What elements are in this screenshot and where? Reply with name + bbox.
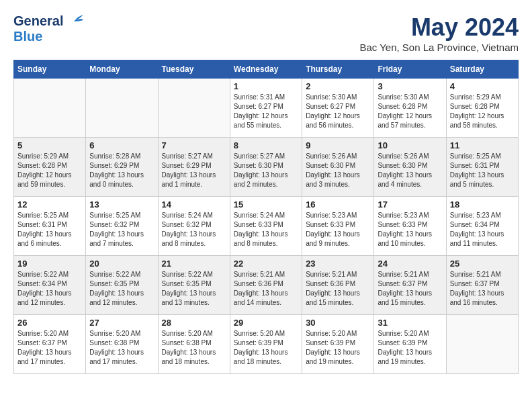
- day-number: 21: [162, 259, 226, 269]
- col-sunday: Sunday: [14, 60, 86, 79]
- logo-general: General: [13, 13, 63, 29]
- month-title: May 2024: [359, 13, 519, 42]
- day-number: 5: [17, 140, 82, 150]
- cell-week1-day6: 4Sunrise: 5:29 AM Sunset: 6:28 PM Daylig…: [446, 79, 518, 138]
- calendar-table: Sunday Monday Tuesday Wednesday Thursday…: [13, 60, 519, 374]
- day-number: 16: [306, 199, 370, 210]
- day-number: 4: [450, 81, 515, 91]
- calendar-header-row: Sunday Monday Tuesday Wednesday Thursday…: [14, 60, 519, 79]
- cell-week2-day2: 7Sunrise: 5:27 AM Sunset: 6:29 PM Daylig…: [158, 138, 230, 197]
- day-info: Sunrise: 5:20 AM Sunset: 6:37 PM Dayligh…: [17, 329, 82, 367]
- day-number: 3: [378, 81, 442, 91]
- cell-week5-day6: [446, 315, 518, 374]
- cell-week3-day3: 15Sunrise: 5:24 AM Sunset: 6:33 PM Dayli…: [230, 197, 302, 256]
- day-info: Sunrise: 5:30 AM Sunset: 6:27 PM Dayligh…: [306, 93, 370, 130]
- day-info: Sunrise: 5:26 AM Sunset: 6:30 PM Dayligh…: [306, 152, 370, 189]
- week-row-2: 5Sunrise: 5:29 AM Sunset: 6:28 PM Daylig…: [14, 138, 519, 197]
- day-number: 13: [89, 199, 154, 210]
- location: Bac Yen, Son La Province, Vietnam: [359, 42, 519, 53]
- cell-week5-day3: 29Sunrise: 5:20 AM Sunset: 6:39 PM Dayli…: [230, 315, 302, 374]
- day-number: 31: [378, 318, 442, 328]
- day-number: 2: [306, 81, 370, 91]
- day-info: Sunrise: 5:22 AM Sunset: 6:35 PM Dayligh…: [89, 270, 154, 308]
- day-info: Sunrise: 5:20 AM Sunset: 6:39 PM Dayligh…: [234, 329, 298, 367]
- cell-week2-day4: 9Sunrise: 5:26 AM Sunset: 6:30 PM Daylig…: [302, 138, 374, 197]
- cell-week1-day0: [14, 79, 86, 138]
- week-row-3: 12Sunrise: 5:25 AM Sunset: 6:31 PM Dayli…: [14, 197, 519, 256]
- day-info: Sunrise: 5:22 AM Sunset: 6:35 PM Dayligh…: [162, 270, 226, 308]
- day-number: 22: [234, 259, 298, 269]
- day-number: 29: [234, 318, 298, 328]
- day-number: 1: [234, 81, 298, 91]
- title-area: May 2024 Bac Yen, Son La Province, Vietn…: [359, 13, 519, 53]
- day-info: Sunrise: 5:30 AM Sunset: 6:28 PM Dayligh…: [378, 93, 442, 130]
- cell-week4-day0: 19Sunrise: 5:22 AM Sunset: 6:34 PM Dayli…: [14, 256, 86, 315]
- cell-week2-day0: 5Sunrise: 5:29 AM Sunset: 6:28 PM Daylig…: [14, 138, 86, 197]
- day-info: Sunrise: 5:31 AM Sunset: 6:27 PM Dayligh…: [234, 93, 298, 130]
- cell-week5-day2: 28Sunrise: 5:20 AM Sunset: 6:38 PM Dayli…: [158, 315, 230, 374]
- cell-week4-day2: 21Sunrise: 5:22 AM Sunset: 6:35 PM Dayli…: [158, 256, 230, 315]
- cell-week3-day5: 17Sunrise: 5:23 AM Sunset: 6:33 PM Dayli…: [374, 197, 446, 256]
- day-number: 7: [162, 140, 226, 150]
- day-info: Sunrise: 5:24 AM Sunset: 6:33 PM Dayligh…: [234, 211, 298, 248]
- day-info: Sunrise: 5:20 AM Sunset: 6:38 PM Dayligh…: [89, 329, 154, 367]
- cell-week1-day5: 3Sunrise: 5:30 AM Sunset: 6:28 PM Daylig…: [374, 79, 446, 138]
- day-number: 14: [162, 199, 226, 210]
- day-number: 15: [234, 199, 298, 210]
- col-monday: Monday: [86, 60, 158, 79]
- day-info: Sunrise: 5:20 AM Sunset: 6:39 PM Dayligh…: [306, 329, 370, 367]
- day-number: 20: [89, 259, 154, 269]
- cell-week5-day0: 26Sunrise: 5:20 AM Sunset: 6:37 PM Dayli…: [14, 315, 86, 374]
- day-number: 12: [17, 199, 82, 210]
- day-info: Sunrise: 5:26 AM Sunset: 6:30 PM Dayligh…: [378, 152, 442, 189]
- cell-week4-day6: 25Sunrise: 5:21 AM Sunset: 6:37 PM Dayli…: [446, 256, 518, 315]
- cell-week5-day5: 31Sunrise: 5:20 AM Sunset: 6:39 PM Dayli…: [374, 315, 446, 374]
- day-info: Sunrise: 5:27 AM Sunset: 6:29 PM Dayligh…: [162, 152, 226, 189]
- cell-week2-day5: 10Sunrise: 5:26 AM Sunset: 6:30 PM Dayli…: [374, 138, 446, 197]
- day-number: 23: [306, 259, 370, 269]
- cell-week1-day2: [158, 79, 230, 138]
- day-info: Sunrise: 5:21 AM Sunset: 6:36 PM Dayligh…: [234, 270, 298, 308]
- day-info: Sunrise: 5:21 AM Sunset: 6:37 PM Dayligh…: [450, 270, 515, 308]
- day-info: Sunrise: 5:23 AM Sunset: 6:34 PM Dayligh…: [450, 211, 515, 248]
- day-number: 19: [17, 259, 82, 269]
- day-number: 11: [450, 140, 515, 150]
- day-number: 25: [450, 259, 515, 269]
- logo-bird-icon: [64, 15, 83, 28]
- cell-week4-day5: 24Sunrise: 5:21 AM Sunset: 6:37 PM Dayli…: [374, 256, 446, 315]
- day-info: Sunrise: 5:24 AM Sunset: 6:32 PM Dayligh…: [162, 211, 226, 248]
- day-info: Sunrise: 5:25 AM Sunset: 6:32 PM Dayligh…: [89, 211, 154, 248]
- week-row-5: 26Sunrise: 5:20 AM Sunset: 6:37 PM Dayli…: [14, 315, 519, 374]
- col-thursday: Thursday: [302, 60, 374, 79]
- cell-week2-day3: 8Sunrise: 5:27 AM Sunset: 6:30 PM Daylig…: [230, 138, 302, 197]
- col-friday: Friday: [374, 60, 446, 79]
- day-number: 10: [378, 140, 442, 150]
- cell-week5-day4: 30Sunrise: 5:20 AM Sunset: 6:39 PM Dayli…: [302, 315, 374, 374]
- day-number: 18: [450, 199, 515, 210]
- day-number: 9: [306, 140, 370, 150]
- day-number: 28: [162, 318, 226, 328]
- day-info: Sunrise: 5:22 AM Sunset: 6:34 PM Dayligh…: [17, 270, 82, 308]
- day-info: Sunrise: 5:29 AM Sunset: 6:28 PM Dayligh…: [17, 152, 82, 189]
- day-info: Sunrise: 5:23 AM Sunset: 6:33 PM Dayligh…: [306, 211, 370, 248]
- cell-week4-day4: 23Sunrise: 5:21 AM Sunset: 6:36 PM Dayli…: [302, 256, 374, 315]
- day-info: Sunrise: 5:25 AM Sunset: 6:31 PM Dayligh…: [450, 152, 515, 189]
- cell-week4-day3: 22Sunrise: 5:21 AM Sunset: 6:36 PM Dayli…: [230, 256, 302, 315]
- cell-week2-day1: 6Sunrise: 5:28 AM Sunset: 6:29 PM Daylig…: [86, 138, 158, 197]
- page-header: General Blue May 2024 Bac Yen, Son La Pr…: [13, 13, 519, 53]
- cell-week1-day4: 2Sunrise: 5:30 AM Sunset: 6:27 PM Daylig…: [302, 79, 374, 138]
- week-row-1: 1Sunrise: 5:31 AM Sunset: 6:27 PM Daylig…: [14, 79, 519, 138]
- day-number: 17: [378, 199, 442, 210]
- col-saturday: Saturday: [446, 60, 518, 79]
- cell-week3-day2: 14Sunrise: 5:24 AM Sunset: 6:32 PM Dayli…: [158, 197, 230, 256]
- day-info: Sunrise: 5:29 AM Sunset: 6:28 PM Dayligh…: [450, 93, 515, 130]
- day-number: 6: [89, 140, 154, 150]
- cell-week2-day6: 11Sunrise: 5:25 AM Sunset: 6:31 PM Dayli…: [446, 138, 518, 197]
- cell-week3-day1: 13Sunrise: 5:25 AM Sunset: 6:32 PM Dayli…: [86, 197, 158, 256]
- day-number: 27: [89, 318, 154, 328]
- day-info: Sunrise: 5:20 AM Sunset: 6:39 PM Dayligh…: [378, 329, 442, 367]
- week-row-4: 19Sunrise: 5:22 AM Sunset: 6:34 PM Dayli…: [14, 256, 519, 315]
- day-info: Sunrise: 5:25 AM Sunset: 6:31 PM Dayligh…: [17, 211, 82, 248]
- cell-week3-day6: 18Sunrise: 5:23 AM Sunset: 6:34 PM Dayli…: [446, 197, 518, 256]
- cell-week3-day0: 12Sunrise: 5:25 AM Sunset: 6:31 PM Dayli…: [14, 197, 86, 256]
